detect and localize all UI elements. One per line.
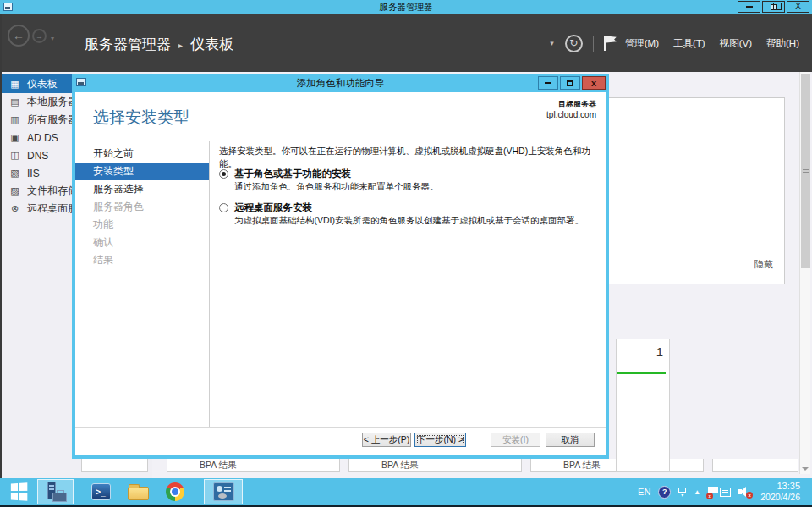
help-tray-icon[interactable]: ? [658, 486, 671, 499]
taskbar-wizard-window-button[interactable] [204, 479, 243, 504]
dialog-title: 添加角色和功能向导 [72, 77, 609, 90]
window-controls: X [736, 1, 809, 13]
action-center-flag-icon[interactable]: x [708, 487, 710, 498]
wizard-step-installation-type[interactable]: 安装类型 [75, 163, 209, 180]
notifications-flag-icon[interactable] [604, 36, 606, 51]
target-server-block: 目标服务器 tpl.cloud.com [546, 99, 596, 119]
taskbar-powershell-button[interactable]: >_ [85, 479, 116, 504]
ime-tray-icon[interactable]: ▾ [678, 488, 686, 497]
muted-badge-icon: x [746, 492, 753, 499]
maximize-icon [567, 80, 573, 86]
role-tile-fragment: BPA 结果 [167, 459, 340, 472]
sidebar-item-label: AD DS [27, 132, 58, 144]
dashboard-icon: ▦ [8, 79, 21, 90]
menu-view[interactable]: 视图(V) [720, 37, 752, 50]
nav-content-divider [209, 141, 210, 427]
breadcrumb-separator-icon: ▸ [178, 39, 183, 50]
breadcrumb-root[interactable]: 服务器管理器 [85, 35, 171, 54]
volume-muted-icon[interactable]: x [738, 487, 750, 497]
toolbar-divider [593, 36, 594, 52]
previous-button[interactable]: < 上一步(P) [362, 433, 411, 447]
target-server-label: 目标服务器 [546, 99, 596, 110]
taskbar-chrome-button[interactable] [160, 479, 190, 504]
show-hidden-icons[interactable]: ▲ [694, 488, 700, 496]
taskbar-server-manager-button[interactable] [37, 479, 74, 504]
language-indicator[interactable]: EN [638, 487, 650, 497]
vertical-scrollbar[interactable] [799, 72, 810, 474]
clock[interactable]: 13:35 2020/4/26 [760, 481, 800, 504]
wizard-step-before-begin[interactable]: 开始之前 [75, 145, 209, 163]
local-server-icon: ▤ [8, 96, 21, 107]
taskbar: >_ EN ? ▾ ▲ x x 13:35 2020/4/26 [0, 478, 812, 507]
file-storage-icon: ▨ [8, 185, 21, 196]
taskbar-file-explorer-button[interactable] [123, 479, 153, 504]
wizard-app-icon [76, 78, 86, 86]
target-server-name: tpl.cloud.com [546, 110, 596, 119]
dialog-titlebar[interactable]: 添加角色和功能向导 x [72, 74, 609, 92]
dns-icon: ◫ [8, 150, 21, 161]
option-role-based[interactable]: 基于角色或基于功能的安装 [219, 168, 351, 180]
error-badge-icon: x [706, 493, 713, 499]
install-button: 安装(I) [491, 433, 540, 447]
menu-help[interactable]: 帮助(H) [766, 37, 799, 50]
clock-date: 2020/4/26 [760, 492, 800, 503]
status-ok-bar [617, 372, 666, 374]
window-titlebar: 服务器管理器 X [0, 0, 812, 14]
server-group-tile: 1 [616, 339, 670, 472]
start-button[interactable] [0, 478, 37, 505]
sidebar-item-label: IIS [27, 168, 40, 179]
bpa-results-label[interactable]: BPA 结果 [563, 460, 601, 471]
dialog-maximize-button[interactable] [560, 76, 580, 90]
role-tile-fragment: BPA 结果 [348, 459, 522, 472]
header: ← → ▾ 服务器管理器 ▸ 仪表板 ▾ ↻ 管理(M) 工具(T) 视图(V)… [0, 14, 812, 72]
restore-icon [771, 4, 777, 10]
breadcrumb: 服务器管理器 ▸ 仪表板 [85, 35, 233, 54]
network-icon[interactable] [720, 488, 731, 497]
scroll-down-icon[interactable] [800, 463, 810, 474]
option-remote-desktop[interactable]: 远程桌面服务安装 [219, 201, 312, 214]
menu-tools[interactable]: 工具(T) [673, 37, 705, 50]
option-label: 基于角色或基于功能的安装 [234, 168, 351, 180]
sidebar-item-label: 所有服务器 [27, 113, 78, 127]
sidebar-item-label: 本地服务器 [27, 95, 78, 109]
remote-desktop-icon: ⊗ [8, 203, 21, 214]
bpa-results-label[interactable]: BPA 结果 [381, 460, 419, 471]
radio-unselected-icon[interactable] [219, 203, 228, 212]
window-title: 服务器管理器 [0, 2, 812, 14]
bpa-results-label[interactable]: BPA 结果 [200, 460, 237, 471]
dialog-close-button[interactable]: x [582, 76, 606, 90]
close-button[interactable]: X [787, 1, 809, 13]
wizard-step-server-selection[interactable]: 服务器选择 [75, 180, 209, 198]
refresh-icon[interactable]: ↻ [565, 35, 583, 52]
all-servers-icon: ▥ [8, 114, 21, 125]
scrollbar-thumb[interactable] [801, 74, 810, 268]
menu-manage[interactable]: 管理(M) [625, 37, 659, 50]
wizard-page-title: 选择安装类型 [93, 107, 189, 129]
installation-type-intro: 选择安装类型。你可以在正在运行的物理计算机、虚拟机或脱机虚拟硬盘(VHD)上安装… [219, 145, 596, 170]
system-tray: EN ? ▾ ▲ x x 13:35 2020/4/26 [638, 481, 812, 504]
option-remote-desktop-desc: 为虚拟桌面基础结构(VDI)安装所需的角色服务以创建基于虚拟机或基于会话的桌面部… [234, 215, 584, 227]
wizard-step-results: 结果 [75, 251, 209, 269]
breadcrumb-current: 仪表板 [190, 35, 233, 54]
restore-button[interactable] [762, 1, 785, 13]
folder-icon [128, 487, 149, 500]
server-count: 1 [656, 344, 663, 359]
history-caret-icon[interactable]: ▾ [51, 35, 54, 42]
notifications-caret-icon[interactable]: ▾ [550, 39, 554, 47]
sidebar-item-label: 仪表板 [27, 77, 58, 91]
back-button[interactable]: ← [8, 25, 30, 47]
dialog-body: 选择安装类型 目标服务器 tpl.cloud.com 开始之前 安装类型 服务器… [75, 92, 606, 455]
scrollbar-grip-icon [803, 169, 809, 174]
radio-selected-icon[interactable] [219, 169, 228, 179]
cancel-button[interactable]: 取消 [546, 433, 595, 447]
hide-button[interactable]: 隐藏 [754, 258, 773, 271]
role-tile-fragment [712, 459, 798, 472]
forward-button[interactable]: → [32, 29, 47, 43]
minimize-button[interactable] [738, 1, 760, 13]
option-role-based-desc: 通过添加角色、角色服务和功能来配置单个服务器。 [234, 181, 439, 193]
ad-ds-icon: ▣ [8, 132, 21, 143]
sidebar-item-label: DNS [27, 150, 48, 162]
dialog-minimize-button[interactable] [538, 76, 558, 90]
wizard-step-server-roles: 服务器角色 [75, 198, 209, 216]
next-button[interactable]: 下一步(N) > [414, 433, 466, 447]
